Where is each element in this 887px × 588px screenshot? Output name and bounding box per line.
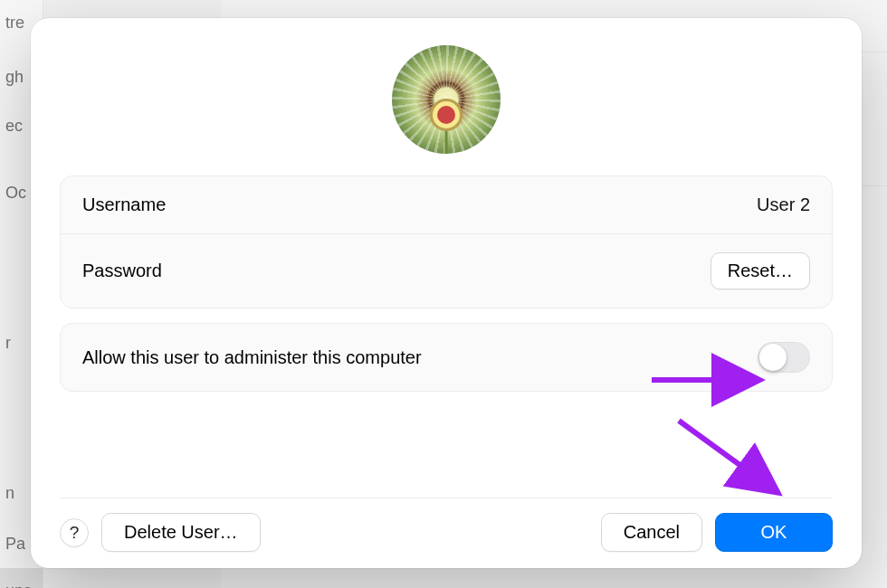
password-label: Password [82,261,162,281]
user-avatar[interactable] [392,45,501,154]
ok-button[interactable]: OK [715,513,833,552]
dialog-footer: ? Delete User… Cancel OK [60,498,833,552]
footer-right: Cancel OK [601,513,833,552]
admin-card: Allow this user to administer this compu… [60,323,833,392]
user-settings-dialog: Username User 2 Password Reset… Allow th… [31,18,862,568]
username-value: User 2 [757,194,810,215]
row-admin-toggle: Allow this user to administer this compu… [61,324,832,391]
admin-toggle-knob [759,344,787,371]
footer-left: ? Delete User… [60,513,261,552]
row-username: Username User 2 [61,176,832,234]
admin-label: Allow this user to administer this compu… [82,347,422,368]
cancel-button[interactable]: Cancel [601,513,702,552]
admin-toggle[interactable] [758,342,810,373]
credentials-card: Username User 2 Password Reset… [60,175,833,308]
delete-user-button[interactable]: Delete User… [101,513,261,552]
avatar-wrapper [60,45,833,154]
bg-item: ups [0,568,43,588]
reset-password-button[interactable]: Reset… [711,252,810,289]
row-password: Password Reset… [61,234,832,308]
help-button[interactable]: ? [60,518,89,547]
username-label: Username [82,194,166,215]
